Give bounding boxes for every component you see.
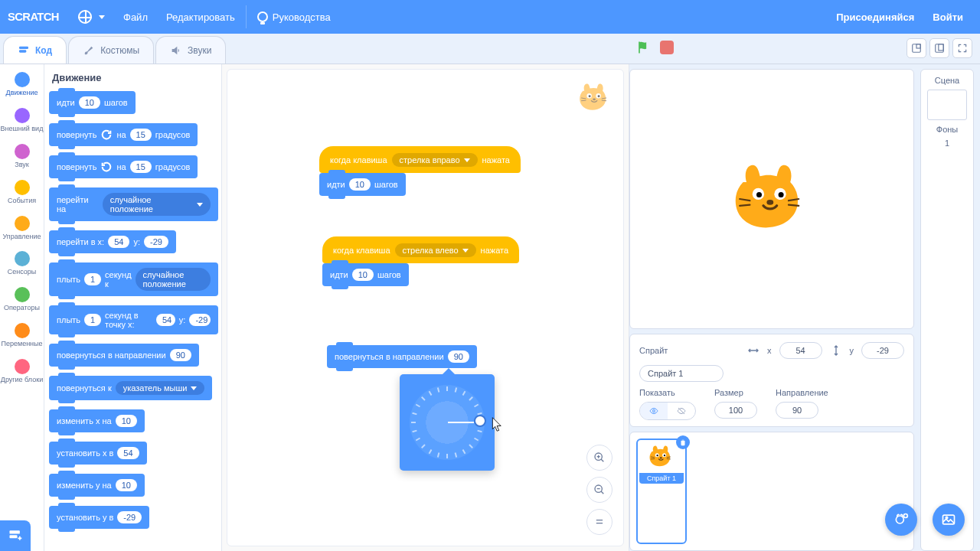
tab-costumes-label: Костюмы (100, 45, 139, 56)
show-label: Показать (639, 388, 696, 397)
view-small-stage[interactable] (906, 38, 926, 58)
block-glide-xy[interactable]: плыть1секунд в точку x:54y:-29 (49, 305, 218, 334)
zoom-reset-button[interactable]: = (586, 509, 612, 535)
block-when-key-pressed[interactable]: когда клавишастрелка влевонажата (322, 236, 519, 263)
block-turn-ccw[interactable]: повернутьна15градусов (49, 155, 198, 178)
palette-heading: Движение (52, 72, 218, 83)
rotate-cw-icon (100, 129, 113, 141)
tab-sounds[interactable]: Звуки (155, 36, 226, 64)
zoom-in-button[interactable] (586, 445, 612, 471)
backdrops-count: 1 (945, 139, 949, 148)
block-change-x[interactable]: изменить x на10 (49, 409, 145, 432)
category-dot-icon (15, 72, 30, 87)
block-turn-cw[interactable]: повернутьна15градусов (49, 123, 198, 146)
sprite-tile[interactable]: Спрайт 1 (636, 439, 687, 544)
sprite-label: Спрайт (639, 346, 678, 355)
block-goto[interactable]: перейти наслучайное положение (49, 187, 218, 221)
tab-code[interactable]: Код (3, 36, 67, 64)
category-column: ДвижениеВнешний видЗвукСобытияУправление… (0, 64, 44, 551)
sprite-size-input[interactable] (714, 402, 757, 419)
dial-hand (448, 422, 474, 423)
sprite-watermark-icon (577, 80, 612, 116)
category-Другие блоки[interactable]: Другие блоки (0, 354, 44, 390)
file-menu[interactable]: Файл (114, 0, 157, 34)
backdrops-label: Фоны (936, 125, 958, 134)
category-label: Движение (6, 90, 38, 97)
block-change-y[interactable]: изменить y на10 (49, 474, 145, 497)
join-link[interactable]: Присоединяйся (827, 0, 923, 34)
script-stack[interactable]: когда клавишастрелка влевонажата идти10ш… (322, 236, 519, 286)
add-extension-button[interactable] (0, 520, 31, 551)
category-dot-icon (15, 323, 30, 338)
view-fullscreen[interactable] (952, 38, 972, 58)
backdrop-thumb[interactable] (927, 90, 967, 120)
block-move-steps[interactable]: идти10шагов (322, 263, 409, 286)
block-point-direction[interactable]: повернуться в направлении90 (327, 345, 477, 368)
cursor-icon (490, 414, 505, 434)
sprite-y-input[interactable] (861, 342, 904, 359)
sprite-on-stage[interactable] (730, 157, 814, 241)
sprite-info-panel: Спрайт x y Показать (629, 334, 914, 427)
svg-rect-16 (10, 535, 18, 538)
category-События[interactable]: События (0, 175, 44, 211)
block-when-key-pressed[interactable]: когда клавишастрелка вправонажата (319, 146, 521, 173)
block-goto-xy[interactable]: перейти в x:54y:-29 (49, 230, 176, 253)
block-set-y[interactable]: установить y в-29 (49, 506, 149, 529)
stop-icon[interactable] (660, 41, 674, 54)
direction-picker-popup[interactable] (400, 374, 495, 471)
category-Звук[interactable]: Звук (0, 139, 44, 175)
block-glide-to[interactable]: плыть1секунд кслучайное положение (49, 262, 218, 296)
category-Сенсоры[interactable]: Сенсоры (0, 246, 44, 282)
tab-sounds-label: Звуки (188, 45, 211, 56)
hide-button[interactable] (668, 403, 695, 419)
svg-text:SCRATCH: SCRATCH (8, 11, 59, 23)
signin-link[interactable]: Войти (923, 0, 972, 34)
sound-icon (170, 44, 182, 57)
view-large-stage[interactable] (929, 38, 949, 58)
svg-rect-15 (10, 530, 20, 533)
category-dot-icon (15, 180, 30, 195)
tutorials-menu[interactable]: Руководства (248, 0, 340, 34)
visibility-toggle[interactable] (639, 402, 696, 420)
green-flag-icon[interactable] (635, 40, 651, 55)
script-workspace[interactable]: когда клавишастрелка вправонажата идти10… (222, 64, 629, 551)
category-Операторы[interactable]: Операторы (0, 282, 44, 318)
block-move-steps[interactable]: идти10шагов (49, 91, 136, 114)
tab-costumes[interactable]: Костюмы (68, 36, 154, 64)
scene-title: Сцена (935, 76, 959, 85)
category-Переменные[interactable]: Переменные (0, 318, 44, 354)
category-label: Управление (2, 233, 41, 241)
direction-dial[interactable] (410, 385, 485, 460)
block-move-steps[interactable]: идти10шагов (319, 173, 406, 196)
brush-icon (83, 44, 95, 57)
dial-knob[interactable] (474, 415, 486, 427)
x-label: x (767, 346, 772, 355)
language-menu[interactable] (69, 0, 114, 34)
sprite-x-input[interactable] (779, 342, 822, 359)
script-stack[interactable]: когда клавишастрелка вправонажата идти10… (319, 146, 521, 196)
add-sprite-button[interactable] (885, 504, 917, 536)
sprite-direction-input[interactable] (776, 402, 818, 419)
delete-sprite-button[interactable] (676, 435, 690, 449)
show-button[interactable] (640, 403, 668, 419)
arrows-h-icon (747, 344, 760, 357)
rotate-ccw-icon (100, 161, 113, 173)
block-set-x[interactable]: установить x в54 (49, 442, 147, 465)
edit-menu[interactable]: Редактировать (157, 0, 244, 34)
svg-point-14 (653, 410, 655, 412)
block-point-towards[interactable]: повернуться куказатель мыши (49, 376, 212, 400)
script-stack[interactable]: повернуться в направлении90 (327, 345, 477, 368)
zoom-out-button[interactable] (586, 477, 612, 503)
sprite-name-input[interactable] (639, 365, 724, 382)
category-Движение[interactable]: Движение (0, 67, 44, 103)
category-dot-icon (15, 108, 30, 123)
category-Внешний вид[interactable]: Внешний вид (0, 103, 44, 139)
direction-label: Направление (776, 388, 828, 397)
stage[interactable] (629, 69, 914, 329)
category-Управление[interactable]: Управление (0, 211, 44, 247)
svg-rect-6 (19, 46, 28, 48)
block-point-direction[interactable]: повернуться в направлении90 (49, 344, 199, 367)
scratch-logo[interactable]: SCRATCH (8, 6, 64, 28)
add-backdrop-button[interactable] (933, 504, 965, 536)
svg-point-20 (946, 517, 948, 519)
